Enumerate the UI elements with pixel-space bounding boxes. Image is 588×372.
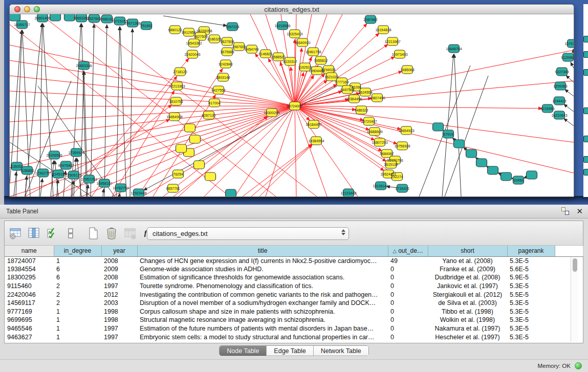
memory-ok-icon[interactable] — [575, 362, 582, 369]
column-header-out_de[interactable]: △ out_de… — [388, 246, 428, 256]
svg-text:9860123: 9860123 — [168, 28, 182, 32]
svg-text:15184457: 15184457 — [306, 123, 321, 126]
svg-text:12342757: 12342757 — [35, 171, 51, 175]
svg-text:9684067: 9684067 — [380, 152, 394, 156]
svg-text:135051: 135051 — [11, 165, 23, 168]
table-row[interactable]: 1456911722003Disruption of a novel membe… — [5, 299, 583, 308]
table-row[interactable]: 2242004622012Investigating the contribut… — [5, 290, 583, 299]
table-panel-body: f(x) citations_edges.txt namein_degreeye… — [0, 218, 588, 372]
svg-text:16961758: 16961758 — [305, 50, 321, 54]
svg-text:7486322: 7486322 — [354, 108, 368, 112]
svg-text:19218586: 19218586 — [274, 24, 290, 28]
table-row[interactable]: 1830029562008Estimation of significance … — [5, 273, 583, 282]
column-header-year[interactable]: year — [101, 246, 137, 256]
table-row[interactable]: 1938455462009Genome-wide association stu… — [5, 265, 583, 274]
node-table: namein_degreeyeartitle△ out_de…shortpage… — [5, 246, 583, 341]
background-graph-node — [583, 69, 588, 76]
column-header-short[interactable]: short — [428, 246, 507, 256]
svg-text:1810755: 1810755 — [169, 100, 183, 103]
svg-text:8215955: 8215955 — [540, 107, 554, 111]
svg-text:22420046: 22420046 — [184, 53, 200, 56]
svg-text:20653346: 20653346 — [76, 64, 92, 68]
svg-text:13325419: 13325419 — [287, 32, 302, 36]
column-header-name[interactable]: name — [5, 246, 54, 256]
svg-text:1244415: 1244415 — [552, 99, 566, 103]
background-graph-node — [583, 169, 588, 176]
svg-text:1527602: 1527602 — [87, 17, 101, 20]
svg-text:8912954: 8912954 — [182, 31, 195, 34]
table-tabs: Node TableEdge TableNetwork Table — [0, 345, 588, 356]
svg-text:9129966: 9129966 — [561, 56, 574, 59]
status-bar: Memory: OK — [0, 359, 588, 372]
svg-text:1675685: 1675685 — [220, 50, 234, 54]
svg-text:3624554: 3624554 — [358, 91, 372, 94]
table-row[interactable]: 946554611997Estimation of the future num… — [5, 324, 583, 333]
svg-text:17957253: 17957253 — [81, 178, 97, 181]
new-document-icon — [86, 227, 100, 240]
table-row[interactable]: 946362711997Embryonic stem cells: a mode… — [5, 333, 583, 341]
svg-text:92450: 92450 — [513, 179, 524, 182]
svg-text:12213967: 12213967 — [384, 40, 400, 43]
svg-text:7485063: 7485063 — [400, 68, 414, 72]
tab-edge-table[interactable]: Edge Table — [267, 346, 313, 356]
svg-text:7955812: 7955812 — [314, 59, 328, 62]
background-window-fragment — [583, 4, 588, 197]
svg-text:19654923: 19654923 — [398, 129, 414, 133]
svg-text:9777169: 9777169 — [335, 80, 349, 84]
svg-text:2718120: 2718120 — [173, 70, 187, 74]
create-column-button[interactable] — [85, 226, 101, 241]
delete-table-button[interactable] — [122, 226, 138, 241]
column-header-title[interactable]: title — [137, 246, 388, 256]
column-header-pagerank[interactable]: pagerank — [507, 246, 555, 256]
table-row[interactable]: 1872400712008Changes of HCN gene express… — [5, 256, 583, 265]
window-title: citations_edges.txt — [10, 6, 574, 13]
svg-text:8267130: 8267130 — [202, 114, 215, 117]
svg-text:20364456: 20364456 — [346, 97, 362, 101]
delete-column-button[interactable] — [104, 226, 119, 241]
show-columns-button[interactable] — [26, 226, 41, 241]
background-graph-node — [583, 51, 588, 58]
tab-network-table[interactable]: Network Table — [314, 346, 368, 356]
memory-status-label: Memory: OK — [537, 363, 571, 369]
svg-text:1615132: 1615132 — [384, 163, 398, 166]
svg-text:6794028: 6794028 — [321, 68, 335, 72]
svg-text:114519: 114519 — [53, 172, 64, 176]
svg-text:9827508: 9827508 — [220, 40, 234, 43]
column-header-in_degree[interactable]: in_degree — [54, 246, 101, 256]
svg-text:19756928: 19756928 — [394, 144, 410, 148]
network-view-background: citations_edges.txt 18724007133254191664… — [0, 0, 588, 205]
svg-text:18724007: 18724007 — [287, 104, 302, 108]
scrollbar-thumb[interactable] — [573, 258, 577, 272]
svg-text:20691406: 20691406 — [34, 16, 50, 20]
stacked-rows-icon — [64, 227, 77, 240]
table-row[interactable]: 911546021997Tourette syndrome. Phenomeno… — [5, 282, 583, 291]
background-graph-node — [583, 156, 588, 163]
table-row[interactable]: 969969511998Structural magnetic resonanc… — [5, 316, 583, 324]
network-frame-gradient — [4, 196, 588, 205]
svg-text:16782759: 16782759 — [113, 186, 128, 190]
svg-text:1162615: 1162615 — [298, 65, 312, 69]
close-panel-icon[interactable]: ✕ — [576, 207, 583, 215]
window-titlebar[interactable]: citations_edges.txt — [10, 5, 574, 14]
network-canvas[interactable]: 1872400713325419166409101696175879558121… — [10, 14, 574, 196]
toggle-rows-button[interactable] — [63, 226, 78, 241]
table-mode-button[interactable] — [8, 226, 23, 241]
table-column-icon — [27, 227, 40, 240]
table-select-dropdown[interactable]: citations_edges.txt — [147, 227, 349, 240]
background-graph-node — [583, 107, 588, 114]
svg-text:18807293: 18807293 — [372, 141, 387, 144]
background-graph-node — [583, 36, 588, 42]
tab-node-table[interactable]: Node Table — [220, 346, 267, 356]
table-scrollbar[interactable] — [571, 257, 578, 342]
trash-icon — [105, 227, 118, 240]
svg-text:14671388: 14671388 — [124, 21, 140, 25]
float-panel-icon[interactable] — [561, 207, 569, 215]
citation-network-graph[interactable]: 1872400713325419166409101696175879558121… — [10, 14, 574, 196]
cytoscape-screen: citations_edges.txt 18724007133254191664… — [0, 0, 588, 372]
svg-text:9827509: 9827509 — [193, 35, 207, 38]
table-row[interactable]: 977716911998Corpus callosum shape and si… — [5, 308, 583, 316]
select-rows-button[interactable] — [45, 226, 60, 241]
svg-text:10688609: 10688609 — [366, 130, 382, 134]
svg-text:751552: 751552 — [140, 24, 152, 28]
svg-text:10807490: 10807490 — [369, 96, 385, 100]
